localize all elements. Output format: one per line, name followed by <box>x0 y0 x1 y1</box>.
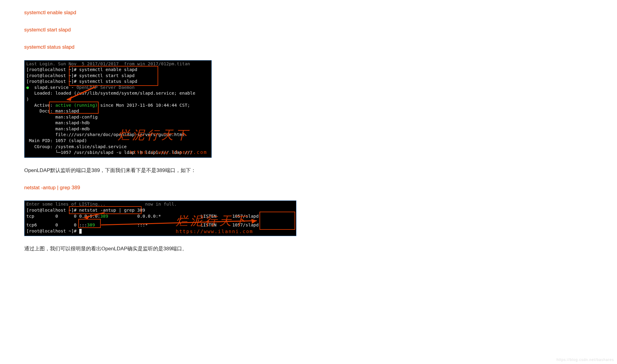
term1-line12: Main PID: 1057 (slapd) <box>26 138 210 144</box>
term1-line7: Docs: man:slapd <box>26 108 210 114</box>
term2-header: Enter some lines of LISTing... now in fu… <box>26 201 294 207</box>
terminal-screenshot-1: Last Login. Sun Nov 5 2017/01/2017 from … <box>24 60 212 158</box>
paragraph-1: OpenLDAP默认监听的端口是389，下面我们来看下是不是389端口，如下： <box>24 166 455 175</box>
command-4: netstat -antup | grep 389 <box>24 184 455 192</box>
command-1: systemctl enable slapd <box>24 8 455 17</box>
term2-row2: tcp6 0 0 :::389 :::* LISTEN 1057/slapd <box>26 222 294 228</box>
term1-line5: Loaded: loaded (/usr/lib/systemd/system/… <box>26 90 210 96</box>
term1-line11: file:///usr/share/doc/openldap-servers/g… <box>26 132 210 138</box>
term1-line6: Active: active (running) since Mon 2017-… <box>26 102 210 109</box>
term1-line4: ● slapd.service - OpenLDAP Server Daemon <box>26 85 210 91</box>
term1-line9: man:slapd-hdb <box>26 120 210 126</box>
term1-line13: CGroup: /system.slice/slapd.service <box>26 144 210 150</box>
term2-line1: [root@localhost ~]# netstat -antup | gre… <box>26 207 294 213</box>
terminal-screenshot-2: Enter some lines of LISTing... now in fu… <box>24 200 296 236</box>
term1-line10: man:slapd-mdb <box>26 126 210 132</box>
term1-line2: [root@localhost ~]# systemctl start slap… <box>26 73 210 79</box>
command-2: systemctl start slapd <box>24 26 455 34</box>
paragraph-2: 通过上图，我们可以很明显的看出OpenLDAP确实是监听的是389端口。 <box>24 245 455 253</box>
term1-header: Last Login. Sun Nov 5 2017/01/2017 from … <box>26 61 210 67</box>
term2-row1: tcp 0 0 0.0.0.0:389 0.0.0.0:* LISTEN 105… <box>26 213 294 219</box>
term1-line1: [root@localhost ~]# systemctl enable sla… <box>26 67 210 73</box>
cursor-icon <box>79 229 82 234</box>
term1-line5b: ) <box>26 96 210 102</box>
command-3: systemctl status slapd <box>24 43 455 52</box>
term1-line14: └─1057 /usr/sbin/slapd -u ldap -h ldapi:… <box>26 150 210 156</box>
term2-last: [root@localhost ~]# <box>26 228 294 234</box>
term2-gap <box>26 219 294 222</box>
term1-line8: man:slapd-config <box>26 114 210 120</box>
term1-line3: [root@localhost ~]# systemctl status sla… <box>26 79 210 85</box>
